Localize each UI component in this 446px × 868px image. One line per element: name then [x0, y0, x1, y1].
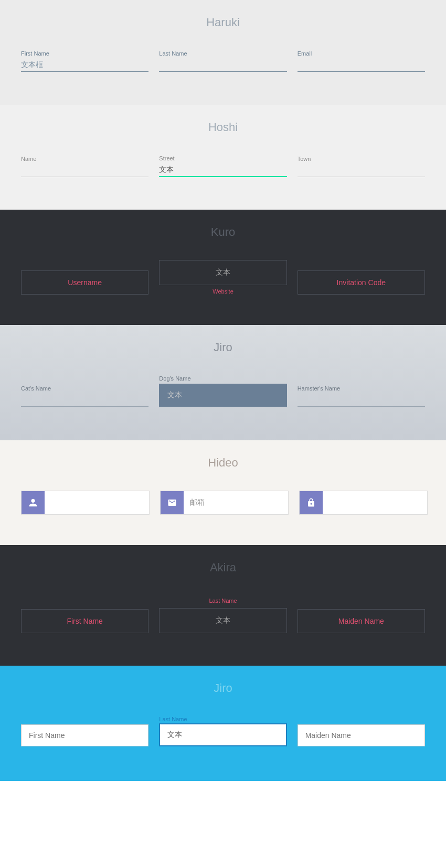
hideo-user-input[interactable]	[45, 494, 149, 511]
person-icon	[22, 491, 45, 514]
hideo-user-field[interactable]	[21, 491, 150, 515]
jiro2-first-name-group	[21, 724, 148, 746]
hideo-lock-field[interactable]	[299, 491, 428, 515]
kuro-section: Kuro Username 文本 Website Invitation Code	[0, 210, 446, 325]
haruki-section: Haruki First Name Last Name Email	[0, 0, 446, 105]
jiro-fields-row: Cat's Name Dog's Name Hamster's Name	[21, 375, 425, 407]
haruki-email-group: Email	[298, 50, 425, 72]
hoshi-street-label: Street	[159, 155, 286, 161]
jiro2-last-name-label: Last Name	[159, 716, 286, 722]
jiro-hamsters-name-label: Hamster's Name	[298, 385, 425, 392]
jiro-hamsters-name-group: Hamster's Name	[298, 385, 425, 407]
hideo-email-field[interactable]	[160, 491, 289, 515]
jiro2-fields-row: Last Name	[21, 716, 425, 746]
jiro2-title: Jiro	[21, 681, 425, 695]
hoshi-fields-row: Name Street Town	[21, 155, 425, 177]
kuro-title: Kuro	[21, 225, 425, 239]
haruki-first-name-group: First Name	[21, 50, 148, 72]
hideo-lock-input[interactable]	[323, 494, 427, 511]
hoshi-town-input[interactable]	[298, 164, 425, 177]
kuro-invitation-box[interactable]: Invitation Code	[298, 270, 425, 295]
haruki-email-label: Email	[298, 50, 425, 57]
jiro2-maiden-name-input[interactable]	[298, 724, 425, 746]
hideo-title: Hideo	[21, 456, 425, 470]
hideo-user-group	[21, 491, 150, 515]
haruki-title: Haruki	[21, 16, 425, 29]
hideo-lock-group	[299, 491, 428, 515]
akira-title: Akira	[21, 561, 425, 574]
akira-section: Akira Last Name First Name 文本 Maiden Nam…	[0, 545, 446, 666]
hoshi-section: Hoshi Name Street Town	[0, 105, 446, 210]
hideo-email-input[interactable]	[184, 494, 288, 511]
envelope-icon	[161, 491, 184, 514]
hideo-email-group	[160, 491, 289, 515]
akira-middle-label: Last Name	[209, 598, 237, 604]
akira-maiden-name-box[interactable]: Maiden Name	[298, 609, 425, 633]
hoshi-title: Hoshi	[21, 121, 425, 134]
jiro2-last-name-input[interactable]	[159, 723, 286, 746]
haruki-last-name-input[interactable]	[159, 59, 286, 72]
kuro-fields-row: Username 文本 Website Invitation Code	[21, 260, 425, 295]
jiro-cats-name-label: Cat's Name	[21, 385, 148, 392]
hoshi-name-input[interactable]	[21, 164, 148, 177]
jiro-cats-name-input[interactable]	[21, 394, 148, 407]
jiro2-first-name-input[interactable]	[21, 724, 148, 746]
kuro-website-label: Website	[159, 288, 286, 295]
hoshi-town-label: Town	[298, 156, 425, 162]
haruki-last-name-label: Last Name	[159, 50, 286, 57]
haruki-last-name-group: Last Name	[159, 50, 286, 72]
kuro-invitation-group: Invitation Code	[298, 270, 425, 295]
akira-last-name-box[interactable]: 文本	[159, 608, 286, 633]
hoshi-name-group: Name	[21, 156, 148, 177]
jiro-title: Jiro	[21, 341, 425, 354]
haruki-first-name-input[interactable]	[21, 59, 148, 72]
jiro-cats-name-group: Cat's Name	[21, 385, 148, 407]
hideo-fields-row	[21, 491, 425, 515]
haruki-fields-row: First Name Last Name Email	[21, 50, 425, 72]
akira-maiden-name-group: Maiden Name	[298, 609, 425, 633]
kuro-username-group: Username	[21, 270, 148, 295]
akira-last-name-group: 文本	[159, 608, 286, 633]
hoshi-street-input[interactable]	[159, 164, 286, 177]
kuro-website-group: 文本 Website	[159, 260, 286, 295]
jiro-section: Jiro Cat's Name Dog's Name Hamster's Nam…	[0, 325, 446, 440]
jiro2-last-name-group: Last Name	[159, 716, 286, 746]
hoshi-street-group: Street	[159, 155, 286, 177]
haruki-email-input[interactable]	[298, 59, 425, 72]
jiro-hamsters-name-input[interactable]	[298, 394, 425, 407]
jiro2-maiden-name-group	[298, 724, 425, 746]
akira-fields-row: First Name 文本 Maiden Name	[21, 608, 425, 633]
akira-first-name-box[interactable]: First Name	[21, 609, 148, 633]
kuro-username-box[interactable]: Username	[21, 270, 148, 295]
lock-icon	[300, 491, 323, 514]
akira-first-name-group: First Name	[21, 609, 148, 633]
jiro-dogs-name-input[interactable]	[159, 384, 286, 407]
kuro-website-box[interactable]: 文本	[159, 260, 286, 285]
jiro2-section: Jiro Last Name	[0, 666, 446, 781]
haruki-first-name-label: First Name	[21, 50, 148, 57]
jiro-dogs-name-group: Dog's Name	[159, 375, 286, 407]
hideo-section: Hideo	[0, 440, 446, 545]
hoshi-town-group: Town	[298, 156, 425, 177]
hoshi-name-label: Name	[21, 156, 148, 162]
jiro-dogs-name-label: Dog's Name	[159, 375, 286, 382]
